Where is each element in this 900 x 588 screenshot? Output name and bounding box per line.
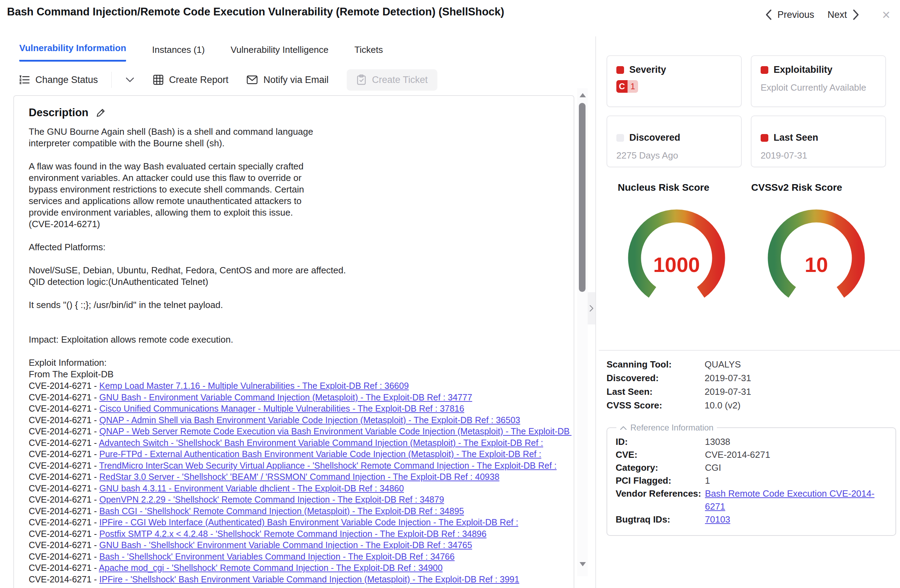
exploit-link[interactable]: Postfix SMTP 4.2.x < 4.2.48 - 'Shellshoc… (99, 529, 487, 538)
exploit-link[interactable]: GNU Bash - 'Shellshock' Environment Vari… (99, 540, 472, 550)
exploit-row: CVE-2014-6271 - Bash CGI - 'Shellshock' … (29, 505, 571, 517)
exploit-cve: CVE-2014-6271 - (29, 392, 99, 402)
exploit-cve: CVE-2014-6271 - (29, 552, 99, 562)
severity-badge: C 1 (616, 80, 732, 93)
bugtraq-label: Bugtraq IDs: (616, 513, 705, 526)
cvssv2-risk-score-title: CVSSv2 Risk Score (746, 182, 886, 193)
discovered-square-icon (616, 134, 624, 142)
exploit-link[interactable]: Apache mod_cgi - 'Shellshock' Remote Com… (99, 563, 443, 573)
cvssv2-risk-score-value: 10 (804, 253, 828, 277)
exploit-cve: CVE-2014-6271 - (29, 415, 99, 425)
last-seen-title: Last Seen (774, 132, 818, 143)
exploit-link[interactable]: IPFire - 'Shellshock' Bash Environment V… (99, 574, 519, 584)
detail-label: Discovered: (607, 371, 704, 385)
discovered-title: Discovered (629, 132, 680, 143)
exploitability-card: Exploitability Exploit Currently Availab… (751, 55, 886, 107)
exploit-link[interactable]: Advantech Switch - 'Shellshock' Bash Env… (99, 438, 543, 448)
exploit-row: CVE-2014-6271 - Bash - 'Shellshock' Envi… (29, 551, 571, 562)
create-report-button[interactable]: Create Report (153, 74, 229, 85)
exploit-link[interactable]: IPFire - CGI Web Interface (Authenticate… (99, 517, 518, 527)
vendor-references-label: Vendor References: (616, 487, 705, 513)
exploit-link[interactable]: GNU Bash - Environment Variable Command … (99, 392, 472, 402)
toolbar: Change Status Create Report Notify via E… (19, 69, 438, 91)
exploit-row: CVE-2014-6271 - Advantech Switch - 'Shel… (29, 437, 571, 449)
detail-value: 2019-07-31 (704, 371, 751, 385)
exploit-link[interactable]: QNAP - Admin Shell via Bash Environment … (99, 415, 520, 425)
detail-label: CVSS Score: (607, 399, 704, 412)
reference-value: 13038 (705, 435, 730, 448)
detail-value: 2019-07-31 (704, 385, 751, 399)
exploit-cve: CVE-2014-6271 - (29, 438, 99, 448)
exploitability-title: Exploitability (774, 64, 832, 75)
create-ticket-label: Create Ticket (372, 74, 428, 85)
discovered-value: 2275 Days Ago (616, 150, 732, 161)
exploit-row: CVE-2014-6271 - Pure-FTPd - External Aut… (29, 448, 571, 460)
detail-value: 10.0 (v2) (704, 399, 741, 412)
description-heading: Description (29, 107, 88, 119)
create-report-label: Create Report (169, 74, 229, 85)
sidebar: Severity C 1 Exploitability Exploit Curr… (596, 0, 900, 588)
tab-vulnerability-information[interactable]: Vulnerability Information (19, 43, 126, 62)
exploit-link[interactable]: Kemp Load Master 7.1.16 - Multiple Vulne… (99, 381, 409, 391)
severity-square-icon (616, 66, 624, 74)
edit-pencil-icon[interactable] (96, 107, 106, 118)
exploit-cve: CVE-2014-6271 - (29, 483, 99, 493)
exploit-link[interactable]: Cisco Unified Communications Manager - M… (99, 404, 464, 413)
toolbar-divider (111, 72, 112, 88)
create-report-grid-icon (153, 74, 163, 85)
exploit-link[interactable]: Bash - 'Shellshock' Environment Variable… (99, 552, 455, 562)
change-status-dropdown[interactable] (125, 77, 135, 83)
tab-instances[interactable]: Instances (1) (152, 45, 205, 62)
reference-row: Category: CGI (616, 461, 887, 474)
reference-information-legend[interactable]: Reference Information (616, 423, 717, 433)
exploit-row: CVE-2014-6271 - QNAP - Web Server Remote… (29, 426, 571, 437)
detail-row: CVSS Score: 10.0 (v2) (607, 399, 887, 412)
scrollbar-thumb[interactable] (579, 103, 585, 292)
reference-row: CVE: CVE-2014-6271 (616, 448, 887, 461)
severity-grade: C (616, 80, 628, 93)
exploit-link[interactable]: OpenVPN 2.2.29 - 'Shellshock' Remote Com… (99, 495, 444, 504)
exploitability-square-icon (760, 66, 768, 74)
create-ticket-button[interactable]: Create Ticket (347, 69, 438, 91)
detail-row: Last Seen: 2019-07-31 (607, 385, 887, 399)
gauge-arc: 1000 (621, 207, 732, 305)
ticket-clipboard-icon (357, 74, 366, 85)
exploit-row: CVE-2014-6271 - GNU Bash - 'Shellshock' … (29, 539, 571, 551)
exploit-link[interactable]: Bash CGI - 'Shellshock' Remote Command I… (99, 506, 464, 516)
exploit-link[interactable]: Pure-FTPd - External Authentication Bash… (99, 449, 542, 459)
exploit-cve: CVE-2014-6271 - (29, 461, 99, 470)
description-text: The GNU Bourne Again shell (Bash) is a s… (29, 126, 554, 380)
exploit-cve: CVE-2014-6271 - (29, 517, 99, 527)
change-status-button[interactable]: Change Status (19, 74, 98, 85)
scrollbar[interactable] (577, 88, 588, 576)
detail-value: QUALYS (704, 358, 741, 371)
sidebar-collapse-handle[interactable] (588, 292, 595, 325)
nucleus-risk-score-value: 1000 (653, 253, 700, 277)
exploit-link[interactable]: GNU bash 4.3.11 - Environment Variable d… (99, 483, 404, 493)
bugtraq-link[interactable]: 70103 (705, 514, 730, 525)
exploit-row: CVE-2014-6271 - TrendMicro InterScan Web… (29, 460, 571, 472)
exploit-cve: CVE-2014-6271 - (29, 529, 99, 538)
notify-via-email-button[interactable]: Notify via Email (247, 74, 329, 85)
scroll-up-arrow-icon[interactable] (580, 93, 586, 97)
notify-via-email-label: Notify via Email (263, 74, 329, 85)
exploit-row: CVE-2014-6271 - IPFire - CGI Web Interfa… (29, 517, 571, 528)
exploit-cve: CVE-2014-6271 - (29, 472, 99, 481)
reference-row: PCI Flagged: 1 (616, 474, 887, 487)
exploit-row: CVE-2014-6271 - Kemp Load Master 7.1.16 … (29, 380, 571, 391)
description-panel: Description The GNU Bourne Again shell (… (13, 95, 574, 588)
exploit-link[interactable]: QNAP - Web Server Remote Code Execution … (99, 426, 571, 436)
exploit-cve: CVE-2014-6271 - (29, 381, 99, 391)
severity-count: 1 (628, 80, 638, 93)
vendor-references-link[interactable]: Bash Remote Code Execution CVE-2014-6271 (705, 488, 874, 512)
exploit-cve: CVE-2014-6271 - (29, 563, 99, 573)
exploit-link[interactable]: RedStar 3.0 Server - 'Shellshock' 'BEAM'… (99, 472, 500, 481)
tab-tickets[interactable]: Tickets (354, 45, 383, 62)
last-seen-value: 2019-07-31 (760, 150, 876, 161)
change-status-list-icon (19, 74, 30, 85)
exploit-row: CVE-2014-6271 - GNU bash 4.3.11 - Enviro… (29, 483, 571, 494)
exploitability-value: Exploit Currently Available (760, 82, 876, 93)
tab-vulnerability-intelligence[interactable]: Vulnerability Intelligence (231, 45, 329, 62)
scroll-down-arrow-icon[interactable] (580, 562, 586, 566)
exploit-link[interactable]: TrendMicro InterScan Web Security Virtua… (99, 461, 557, 470)
